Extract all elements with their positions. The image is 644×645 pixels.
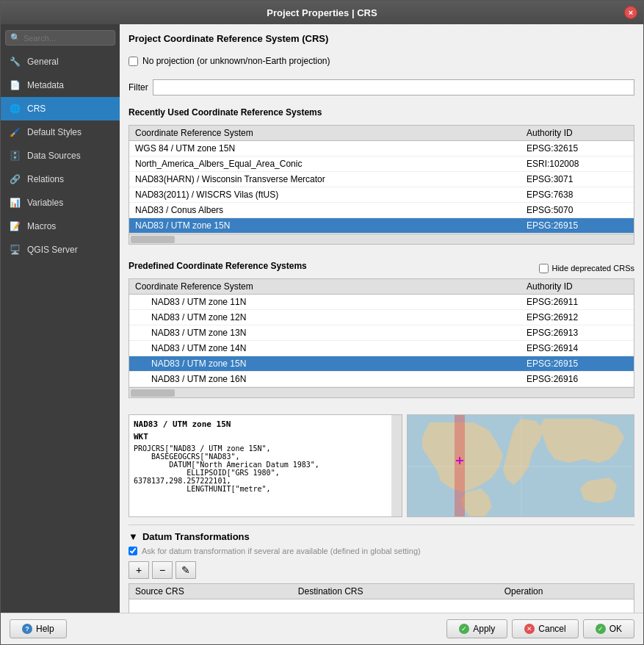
predefined-table: Coordinate Reference System Authority ID… (129, 279, 634, 387)
bottom-left: ? Help (10, 619, 67, 638)
wrench-icon: 🔧 (8, 55, 21, 68)
cancel-button[interactable]: ✕ Cancel (512, 619, 578, 638)
window-title: Project Properties | CRS (267, 7, 377, 18)
help-icon: ? (22, 624, 32, 634)
crs-authority: EPSG:3071 (521, 172, 623, 187)
close-button[interactable]: × (624, 6, 637, 19)
hide-deprecated-row: Hide deprecated CRSs (539, 264, 634, 273)
crs-map-svg (408, 415, 634, 517)
apply-icon: ✓ (459, 624, 469, 634)
sidebar-item-label: Default Styles (27, 127, 82, 137)
datum-ask-label: Ask for datum transformation if several … (142, 547, 421, 555)
table-row[interactable]: WGS 84 / UTM zone 15NEPSG:32615 (129, 141, 634, 156)
crs-authority: EPSG:5070 (521, 203, 623, 218)
predefined-col-name: Coordinate Reference System (129, 279, 521, 295)
sidebar-item-crs[interactable]: 🌐 CRS (1, 97, 120, 120)
sidebar-item-variables[interactable]: 📊 Variables (1, 191, 120, 215)
hide-deprecated-label: Hide deprecated CRSs (551, 264, 634, 273)
table-row[interactable]: NAD83 / Conus AlbersEPSG:5070 (129, 203, 634, 218)
sidebar-item-qgis-server[interactable]: 🖥️ QGIS Server (1, 238, 120, 262)
ok-icon: ✓ (596, 624, 606, 634)
table-row[interactable]: NAD83 / UTM zone 15NEPSG:26915 (129, 356, 634, 372)
crs-name: NAD83 / UTM zone 11N (129, 295, 521, 310)
datum-section: ▼ Datum Transformations Ask for datum tr… (129, 525, 634, 613)
recently-used-section: Recently Used Coordinate Reference Syste… (129, 107, 634, 249)
sidebar-item-relations[interactable]: 🔗 Relations (1, 167, 120, 191)
sidebar-item-macros[interactable]: 📝 Macros (1, 215, 120, 238)
sidebar: 🔍 🔧 General 📄 Metadata 🌐 CRS 🖌️ Default … (1, 24, 120, 613)
ok-button[interactable]: ✓ OK (583, 619, 634, 638)
sidebar-item-general[interactable]: 🔧 General (1, 50, 120, 73)
datum-collapse-arrow[interactable]: ▼ (129, 531, 138, 542)
sidebar-item-default-styles[interactable]: 🖌️ Default Styles (1, 120, 120, 144)
sidebar-search-input[interactable] (23, 34, 110, 43)
sidebar-item-label: Macros (27, 221, 56, 231)
no-projection-label: No projection (or unknown/non-Earth proj… (142, 56, 330, 66)
table-row[interactable]: NAD83 / UTM zone 13NEPSG:26913 (129, 325, 634, 341)
crs-detail-name: NAD83 / UTM zone 15N (134, 419, 397, 429)
crs-name: NAD83 / UTM zone 13N (129, 325, 521, 341)
predefined-table-container: Coordinate Reference System Authority ID… (129, 278, 634, 398)
table-row[interactable]: NAD83 / UTM zone 14NEPSG:26914 (129, 341, 634, 356)
predefined-hscroll[interactable] (129, 387, 634, 397)
titlebar: Project Properties | CRS × (1, 1, 643, 24)
crs-authority: EPSG:26914 (521, 341, 623, 356)
crs-authority: ESRI:102008 (521, 156, 623, 172)
datum-title: Datum Transformations (142, 531, 250, 542)
crs-name: NAD83(HARN) / Wisconsin Transverse Merca… (129, 172, 521, 187)
main-panel: Project Coordinate Reference System (CRS… (120, 24, 643, 613)
datum-remove-button[interactable]: − (152, 561, 173, 579)
crs-name: NAD83(2011) / WISCRS Vilas (ftUS) (129, 187, 521, 203)
datum-edit-button[interactable]: ✎ (176, 561, 196, 579)
sidebar-item-label: General (27, 57, 59, 67)
table-row[interactable]: NAD83 / UTM zone 12NEPSG:26912 (129, 310, 634, 325)
table-row[interactable]: NAD83(2011) / WISCRS Vilas (ftUS)EPSG:76… (129, 187, 634, 203)
apply-button[interactable]: ✓ Apply (446, 619, 507, 638)
crs-name: North_America_Albers_Equal_Area_Conic (129, 156, 521, 172)
no-projection-checkbox[interactable] (129, 57, 138, 66)
datum-add-button[interactable]: + (129, 561, 149, 579)
macro-icon: 📝 (8, 220, 21, 233)
table-row[interactable]: North_America_Albers_Equal_Area_ConicESR… (129, 156, 634, 172)
filter-input[interactable] (153, 79, 634, 96)
recently-used-hscroll[interactable] (129, 234, 634, 244)
table-row[interactable]: NAD83(HARN) / Wisconsin Transverse Merca… (129, 172, 634, 187)
recently-used-col-authority: Authority ID (521, 126, 623, 141)
table-row[interactable]: NAD83 / UTM zone 11NEPSG:26911 (129, 295, 634, 310)
wkt-vscroll[interactable] (391, 415, 402, 516)
table-row[interactable]: NAD83 / UTM zone 15NEPSG:26915 (129, 218, 634, 234)
help-button[interactable]: ? Help (10, 619, 67, 638)
bottom-bar: ? Help ✓ Apply ✕ Cancel ✓ OK (1, 613, 643, 644)
sidebar-item-label: Data Sources (27, 151, 81, 161)
table-icon: 🗄️ (8, 149, 21, 162)
datum-col-source: Source CRS (129, 584, 292, 599)
crs-name: WGS 84 / UTM zone 15N (129, 141, 521, 156)
datum-col-dest: Destination CRS (292, 584, 499, 599)
crs-authority: EPSG:32615 (521, 141, 623, 156)
crs-section-title: Project Coordinate Reference System (CRS… (129, 33, 634, 44)
crs-detail-row: NAD83 / UTM zone 15N WKT PROJCRS["NAD83 … (129, 414, 634, 517)
recently-used-col-name: Coordinate Reference System (129, 126, 521, 141)
link-icon: 🔗 (8, 173, 21, 186)
crs-name: NAD83 / Conus Albers (129, 203, 521, 218)
datum-buttons: + − ✎ (129, 561, 634, 579)
globe-icon: 🌐 (8, 102, 21, 115)
sidebar-item-data-sources[interactable]: 🗄️ Data Sources (1, 144, 120, 167)
hide-deprecated-checkbox[interactable] (539, 264, 549, 273)
table-row[interactable]: NAD83 / UTM zone 16NEPSG:26916 (129, 372, 634, 387)
crs-authority: EPSG:26912 (521, 310, 623, 325)
recently-used-title: Recently Used Coordinate Reference Syste… (129, 107, 322, 118)
ok-label: OK (609, 624, 622, 634)
sidebar-search[interactable]: 🔍 (5, 30, 115, 46)
sidebar-item-label: Relations (27, 174, 64, 184)
crs-map (407, 414, 634, 517)
sidebar-item-metadata[interactable]: 📄 Metadata (1, 73, 120, 97)
datum-header: ▼ Datum Transformations (129, 531, 634, 542)
recently-used-table-container: Coordinate Reference System Authority ID… (129, 125, 634, 245)
datum-ask-checkbox[interactable] (129, 547, 137, 555)
crs-authority: EPSG:7638 (521, 187, 623, 203)
datum-table-container: Source CRS Destination CRS Operation (129, 583, 634, 613)
crs-authority: EPSG:26916 (521, 372, 623, 387)
sidebar-item-label: QGIS Server (27, 245, 78, 255)
predefined-section: Predefined Coordinate Reference Systems … (129, 261, 634, 403)
